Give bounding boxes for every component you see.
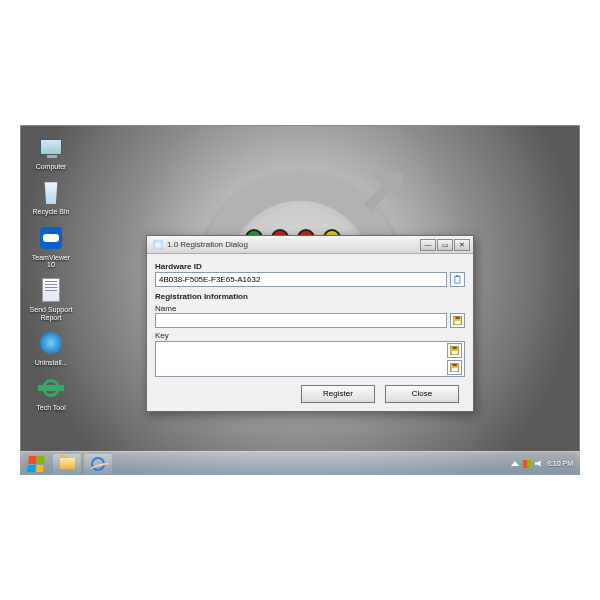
register-button[interactable]: Register [301, 385, 375, 403]
taskbar-app-ie[interactable] [84, 454, 112, 474]
close-window-button[interactable]: ✕ [454, 239, 470, 251]
windows-logo-icon [27, 456, 45, 472]
name-label: Name [155, 304, 465, 313]
recycle-bin-icon [40, 180, 62, 204]
start-button[interactable] [22, 454, 50, 474]
floppy-icon [453, 316, 463, 326]
desktop-icon-label: Recycle Bin [33, 208, 70, 215]
svg-rect-1 [456, 275, 459, 277]
copy-hardware-id-button[interactable] [450, 272, 465, 287]
document-icon [42, 278, 60, 302]
desktop-icon-label: TeamViewer 10 [28, 254, 74, 269]
page-frame: Computer Recycle Bin TeamViewer 10 Send … [0, 0, 600, 600]
minimize-button[interactable]: — [420, 239, 436, 251]
dialog-titlebar[interactable]: 1.0 Registration Dialog — ▭ ✕ [147, 236, 473, 254]
svg-rect-4 [454, 321, 460, 324]
svg-rect-7 [451, 351, 457, 354]
key-field[interactable] [155, 341, 465, 377]
close-button[interactable]: Close [385, 385, 459, 403]
tech-tool-icon [40, 377, 62, 399]
desktop-icon-tech-tool[interactable]: Tech Tool [28, 374, 74, 411]
computer-icon [40, 139, 62, 155]
system-tray: 8:10 PM [506, 460, 578, 468]
desktop-icon-teamviewer[interactable]: TeamViewer 10 [28, 224, 74, 269]
desktop-icon-label: Tech Tool [36, 404, 65, 411]
svg-rect-0 [454, 276, 459, 283]
clipboard-icon [453, 275, 463, 285]
tray-overflow-button[interactable] [511, 461, 519, 466]
dialog-title: 1.0 Registration Dialog [167, 240, 420, 249]
taskbar-clock[interactable]: 8:10 PM [547, 460, 573, 467]
floppy-icon [450, 363, 460, 373]
save-key-button[interactable] [447, 360, 462, 375]
open-key-button[interactable] [447, 343, 462, 358]
hardware-id-label: Hardware ID [155, 262, 465, 271]
desktop-icon-computer[interactable]: Computer [28, 133, 74, 170]
registration-dialog: 1.0 Registration Dialog — ▭ ✕ Hardware I… [146, 235, 474, 412]
desktop-icon-label: Uninstall... [35, 359, 68, 366]
internet-explorer-icon [91, 457, 105, 471]
teamviewer-icon [40, 227, 62, 249]
window-buttons: — ▭ ✕ [420, 239, 470, 251]
dialog-button-row: Register Close [155, 385, 465, 403]
desktop-icon-recycle-bin[interactable]: Recycle Bin [28, 178, 74, 215]
svg-rect-6 [452, 346, 456, 349]
floppy-icon [450, 346, 460, 356]
dialog-app-icon [153, 240, 163, 250]
name-field[interactable] [155, 313, 447, 328]
desktop-icon-label: Send Support Report [28, 306, 74, 321]
folder-icon [60, 458, 75, 469]
desktop-icon-send-support[interactable]: Send Support Report [28, 276, 74, 321]
hardware-id-field[interactable] [155, 272, 447, 287]
taskbar: 8:10 PM [20, 451, 580, 475]
svg-rect-10 [451, 368, 457, 371]
dialog-body: Hardware ID Registration Information Nam… [147, 254, 473, 411]
maximize-button[interactable]: ▭ [437, 239, 453, 251]
desktop-icon-label: Computer [36, 163, 67, 170]
volume-icon[interactable] [535, 460, 543, 468]
action-center-icon[interactable] [523, 460, 531, 468]
svg-rect-9 [452, 363, 456, 366]
registration-info-label: Registration Information [155, 292, 465, 301]
desktop-screen: Computer Recycle Bin TeamViewer 10 Send … [20, 125, 580, 475]
taskbar-app-explorer[interactable] [53, 454, 81, 474]
open-name-button[interactable] [450, 313, 465, 328]
desktop-icon-grid: Computer Recycle Bin TeamViewer 10 Send … [28, 133, 74, 412]
svg-rect-3 [455, 316, 459, 319]
key-label: Key [155, 331, 465, 340]
desktop-icon-uninstall[interactable]: Uninstall... [28, 329, 74, 366]
app-icon [40, 332, 62, 354]
